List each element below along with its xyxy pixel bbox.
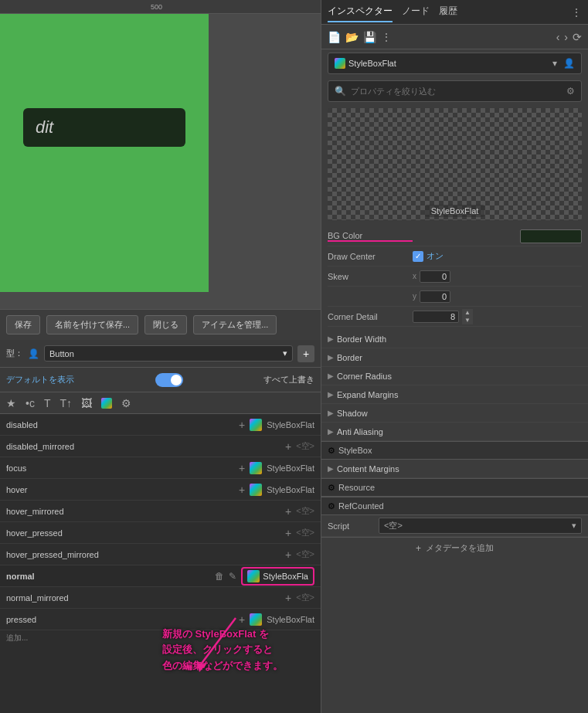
add-meta-label: メタデータを追加	[426, 542, 494, 554]
script-value: <空>	[384, 520, 403, 531]
corner-detail-input[interactable]	[413, 311, 459, 323]
tab-history[interactable]: 履歴	[439, 2, 457, 22]
state-icon	[250, 613, 262, 626]
forward-icon[interactable]: ›	[564, 31, 568, 43]
search-input[interactable]	[351, 87, 562, 96]
refcounted-label: RefCounted	[338, 501, 384, 511]
script-select[interactable]: <空> ▾	[379, 518, 582, 534]
user-icon[interactable]: 👤	[563, 58, 575, 69]
content-margins-label: Content Margins	[337, 464, 399, 474]
tabs-left: インスペクター ノード 履歴	[328, 2, 457, 22]
close-button[interactable]: 閉じる	[144, 315, 187, 334]
action-icons: ✎	[229, 571, 236, 582]
edit-icon[interactable]: ✎	[229, 571, 236, 582]
checker-background	[328, 108, 582, 220]
more-options-icon[interactable]: ⋮	[571, 6, 582, 19]
spin-up[interactable]: ▲	[462, 309, 473, 317]
state-icon	[250, 484, 262, 496]
spin-down[interactable]: ▼	[462, 317, 473, 324]
state-item[interactable]: hover_mirrored + <空>	[0, 501, 321, 522]
border-width-label: Border Width	[337, 334, 386, 344]
state-item[interactable]: disabled_mirrored + <空>	[0, 436, 321, 457]
normal-value-box[interactable]: StyleBoxFla	[241, 567, 314, 586]
save-as-button[interactable]: 名前を付けて保存...	[46, 315, 138, 334]
resource-name: StyleBoxFlat	[348, 59, 549, 68]
draw-center-checkbox[interactable]: ✓	[413, 251, 423, 262]
right-panel: インスペクター ノード 履歴 ⋮ 📄 📂 💾 ⋮ ‹ › ⟳ StyleBoxF…	[321, 0, 588, 713]
script-row: Script <空> ▾	[321, 515, 588, 537]
border-width-expand[interactable]: ▶ Border Width	[321, 330, 588, 348]
type-value: Button	[49, 349, 74, 358]
content-margins-expand[interactable]: ▶ Content Margins	[321, 460, 588, 478]
refcounted-icon: ⚙	[328, 501, 335, 511]
open-icon[interactable]: 📂	[345, 31, 359, 43]
bg-color-section: BG Color Draw Center ✓ オン Skew x y	[321, 223, 588, 330]
border-label: Border	[337, 353, 362, 362]
add-meta-plus: +	[416, 543, 421, 554]
canvas-area: 500 dit	[0, 0, 321, 309]
default-toggle[interactable]	[155, 373, 183, 387]
state-item[interactable]: hover_pressed_mirrored + <空>	[0, 544, 321, 565]
type-row: 型： 👤 Button ▾ +	[0, 340, 321, 368]
expand-icon: ▶	[328, 409, 334, 417]
corner-radius-expand[interactable]: ▶ Corner Radius	[321, 367, 588, 385]
state-item[interactable]: hover + StyleBoxFlat	[0, 479, 321, 501]
sort-label: すべて上書き	[263, 374, 314, 385]
draw-center-label: Draw Center	[328, 252, 413, 261]
expand-icon: ▶	[328, 390, 334, 399]
corner-detail-row: Corner Detail ▲ ▼	[328, 307, 582, 327]
default-row: デフォルトを表示 すべて上書き	[0, 368, 321, 392]
expand-margins-expand[interactable]: ▶ Expand Margins	[321, 385, 588, 404]
refcounted-section: ⚙ RefCounted	[321, 497, 588, 515]
back-icon[interactable]: ‹	[556, 31, 560, 43]
settings-icon[interactable]: ⚙	[121, 397, 131, 409]
state-list: disabled + StyleBoxFlat disabled_mirrore…	[0, 414, 321, 713]
history-icon[interactable]: ⟳	[573, 31, 582, 43]
add-metadata-row[interactable]: + メタデータを追加	[321, 537, 588, 559]
tab-inspector[interactable]: インスペクター	[328, 2, 393, 22]
type-select[interactable]: Button ▾	[44, 345, 293, 362]
dot-icon[interactable]: •c	[25, 397, 35, 409]
shadow-expand[interactable]: ▶ Shadow	[321, 404, 588, 423]
add-type-button[interactable]: +	[297, 345, 314, 362]
state-item[interactable]: pressed + StyleBoxFlat	[0, 609, 321, 630]
filter-icon[interactable]: ⚙	[566, 86, 575, 97]
x-label: x	[413, 272, 416, 280]
skew-x-input[interactable]	[420, 270, 450, 283]
tab-node[interactable]: ノード	[402, 2, 430, 22]
state-item[interactable]: hover_pressed + <空>	[0, 522, 321, 544]
more-icon[interactable]: ⋮	[381, 31, 392, 43]
color-icon[interactable]	[101, 398, 112, 409]
save-icon[interactable]: 💾	[363, 31, 376, 43]
text-icon[interactable]: T	[44, 397, 51, 409]
save-button[interactable]: 保存	[6, 315, 40, 334]
expand-icon: ▶	[328, 353, 334, 362]
state-icon	[250, 462, 262, 474]
search-icon: 🔍	[335, 86, 346, 97]
bottom-hint: 追加...	[6, 633, 28, 643]
color-swatch[interactable]	[520, 229, 582, 243]
resource-icon	[335, 58, 345, 69]
stylebox-label: StyleBox	[338, 446, 372, 455]
image-icon[interactable]: 🖼	[81, 397, 92, 409]
delete-icon[interactable]: 🗑	[215, 571, 224, 582]
state-item-normal[interactable]: normal 🗑 ✎ StyleBoxFla	[0, 565, 321, 587]
expand-icon: ▶	[328, 372, 334, 380]
resource-label: Resource	[338, 483, 375, 492]
resource-select[interactable]: StyleBoxFlat ▾ 👤	[328, 53, 582, 74]
state-item[interactable]: focus + StyleBoxFlat	[0, 457, 321, 479]
skew-y-input[interactable]	[420, 290, 450, 303]
corner-radius-label: Corner Radius	[337, 372, 392, 381]
state-item[interactable]: normal_mirrored + <空>	[0, 587, 321, 609]
new-icon[interactable]: 📄	[328, 31, 341, 43]
anti-aliasing-expand[interactable]: ▶ Anti Aliasing	[321, 423, 588, 441]
ruler-mark: 500	[151, 3, 162, 11]
text-up-icon[interactable]: T↑	[59, 397, 72, 409]
fav-icon[interactable]: ★	[6, 397, 16, 409]
state-item[interactable]: disabled + StyleBoxFlat	[0, 414, 321, 436]
manage-button[interactable]: アイテムを管理...	[193, 315, 277, 334]
skew-y-row: y	[328, 287, 582, 307]
border-expand[interactable]: ▶ Border	[321, 348, 588, 367]
button-text: dit	[36, 117, 53, 138]
dropdown-icon: ▾	[283, 348, 287, 358]
